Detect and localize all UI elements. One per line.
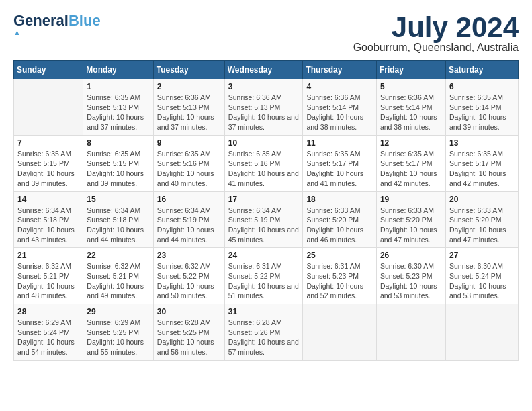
day-number: 30 [157,307,221,316]
logo-accent: Blue [69,12,101,29]
calendar-cell: 24Sunrise: 6:31 AMSunset: 5:22 PMDayligh… [224,248,303,304]
day-info: Sunrise: 6:35 AMSunset: 5:14 PMDaylight:… [449,93,515,132]
month-year: July 2024 [353,13,519,42]
calendar-cell: 17Sunrise: 6:34 AMSunset: 5:19 PMDayligh… [224,191,303,248]
day-number: 10 [228,138,300,148]
day-info: Sunrise: 6:28 AMSunset: 5:26 PMDaylight:… [228,318,300,357]
calendar-cell [376,304,445,361]
calendar-cell: 18Sunrise: 6:33 AMSunset: 5:20 PMDayligh… [303,191,377,248]
day-number: 6 [449,82,515,91]
calendar-cell: 29Sunrise: 6:29 AMSunset: 5:25 PMDayligh… [83,304,153,361]
day-info: Sunrise: 6:33 AMSunset: 5:20 PMDaylight:… [380,205,442,245]
calendar-cell: 4Sunrise: 6:36 AMSunset: 5:14 PMDaylight… [303,79,377,136]
location: Gooburrum, Queensland, Australia [353,42,519,54]
calendar-cell [14,79,83,136]
calendar-cell: 2Sunrise: 6:36 AMSunset: 5:13 PMDaylight… [153,79,224,136]
day-number: 3 [228,82,300,91]
calendar-cell: 9Sunrise: 6:35 AMSunset: 5:16 PMDaylight… [153,135,224,191]
calendar-cell: 23Sunrise: 6:32 AMSunset: 5:22 PMDayligh… [153,248,224,304]
day-info: Sunrise: 6:35 AMSunset: 5:16 PMDaylight:… [228,149,300,189]
page-header: GeneralBlue ▲ July 2024 Gooburrum, Queen… [13,13,519,54]
weekday-header-thursday: Thursday [303,61,377,79]
day-number: 26 [380,250,442,260]
calendar-table: SundayMondayTuesdayWednesdayThursdayFrid… [13,60,519,361]
calendar-cell: 3Sunrise: 6:36 AMSunset: 5:13 PMDaylight… [224,79,303,136]
day-info: Sunrise: 6:29 AMSunset: 5:25 PMDaylight:… [87,318,149,357]
day-number: 21 [17,250,79,260]
day-info: Sunrise: 6:32 AMSunset: 5:21 PMDaylight:… [87,261,149,301]
day-info: Sunrise: 6:30 AMSunset: 5:23 PMDaylight:… [380,261,442,301]
calendar-cell: 25Sunrise: 6:31 AMSunset: 5:23 PMDayligh… [303,248,377,304]
calendar-cell: 16Sunrise: 6:34 AMSunset: 5:19 PMDayligh… [153,191,224,248]
day-number: 9 [157,138,221,148]
week-row-2: 7Sunrise: 6:35 AMSunset: 5:15 PMDaylight… [14,135,519,191]
day-info: Sunrise: 6:34 AMSunset: 5:18 PMDaylight:… [87,205,149,245]
weekday-header-tuesday: Tuesday [153,61,224,79]
day-info: Sunrise: 6:28 AMSunset: 5:25 PMDaylight:… [157,318,221,357]
logo-tagline: ▲ [13,28,21,36]
calendar-cell: 6Sunrise: 6:35 AMSunset: 5:14 PMDaylight… [445,79,518,136]
calendar-cell: 12Sunrise: 6:35 AMSunset: 5:17 PMDayligh… [376,135,445,191]
day-info: Sunrise: 6:35 AMSunset: 5:16 PMDaylight:… [157,149,221,189]
day-info: Sunrise: 6:36 AMSunset: 5:14 PMDaylight:… [306,93,373,132]
weekday-header-sunday: Sunday [14,61,83,79]
calendar-cell: 15Sunrise: 6:34 AMSunset: 5:18 PMDayligh… [83,191,153,248]
weekday-header-row: SundayMondayTuesdayWednesdayThursdayFrid… [14,61,519,79]
day-number: 27 [449,250,515,260]
weekday-header-monday: Monday [83,61,153,79]
day-number: 8 [87,138,149,148]
day-number: 18 [306,195,373,204]
day-number: 14 [17,195,79,204]
day-info: Sunrise: 6:35 AMSunset: 5:17 PMDaylight:… [306,149,373,189]
day-info: Sunrise: 6:35 AMSunset: 5:15 PMDaylight:… [87,149,149,189]
day-number: 11 [306,138,373,148]
calendar-cell: 20Sunrise: 6:33 AMSunset: 5:20 PMDayligh… [445,191,518,248]
day-info: Sunrise: 6:32 AMSunset: 5:21 PMDaylight:… [17,261,79,301]
calendar-cell: 14Sunrise: 6:34 AMSunset: 5:18 PMDayligh… [14,191,83,248]
day-number: 24 [228,250,300,260]
day-info: Sunrise: 6:33 AMSunset: 5:20 PMDaylight:… [306,205,373,245]
day-number: 28 [17,307,79,316]
day-info: Sunrise: 6:34 AMSunset: 5:19 PMDaylight:… [157,205,221,245]
day-info: Sunrise: 6:29 AMSunset: 5:24 PMDaylight:… [17,318,79,357]
day-number: 25 [306,250,373,260]
day-info: Sunrise: 6:33 AMSunset: 5:20 PMDaylight:… [449,205,515,245]
day-number: 5 [380,82,442,91]
week-row-3: 14Sunrise: 6:34 AMSunset: 5:18 PMDayligh… [14,191,519,248]
day-number: 13 [449,138,515,148]
calendar-cell: 13Sunrise: 6:35 AMSunset: 5:17 PMDayligh… [445,135,518,191]
day-info: Sunrise: 6:32 AMSunset: 5:22 PMDaylight:… [157,261,221,301]
day-info: Sunrise: 6:36 AMSunset: 5:13 PMDaylight:… [157,93,221,132]
day-number: 29 [87,307,149,316]
calendar-cell: 28Sunrise: 6:29 AMSunset: 5:24 PMDayligh… [14,304,83,361]
calendar-cell: 1Sunrise: 6:35 AMSunset: 5:13 PMDaylight… [83,79,153,136]
day-info: Sunrise: 6:31 AMSunset: 5:23 PMDaylight:… [306,261,373,301]
day-info: Sunrise: 6:36 AMSunset: 5:14 PMDaylight:… [380,93,442,132]
day-number: 20 [449,195,515,204]
day-number: 19 [380,195,442,204]
day-info: Sunrise: 6:31 AMSunset: 5:22 PMDaylight:… [228,261,300,301]
day-number: 23 [157,250,221,260]
calendar-cell: 19Sunrise: 6:33 AMSunset: 5:20 PMDayligh… [376,191,445,248]
calendar-cell: 21Sunrise: 6:32 AMSunset: 5:21 PMDayligh… [14,248,83,304]
week-row-1: 1Sunrise: 6:35 AMSunset: 5:13 PMDaylight… [14,79,519,136]
calendar-cell: 22Sunrise: 6:32 AMSunset: 5:21 PMDayligh… [83,248,153,304]
calendar-cell: 26Sunrise: 6:30 AMSunset: 5:23 PMDayligh… [376,248,445,304]
calendar-cell: 8Sunrise: 6:35 AMSunset: 5:15 PMDaylight… [83,135,153,191]
day-info: Sunrise: 6:35 AMSunset: 5:17 PMDaylight:… [380,149,442,189]
day-number: 16 [157,195,221,204]
day-info: Sunrise: 6:30 AMSunset: 5:24 PMDaylight:… [449,261,515,301]
weekday-header-saturday: Saturday [445,61,518,79]
week-row-4: 21Sunrise: 6:32 AMSunset: 5:21 PMDayligh… [14,248,519,304]
day-number: 1 [87,82,149,91]
day-info: Sunrise: 6:35 AMSunset: 5:17 PMDaylight:… [449,149,515,189]
day-number: 31 [228,307,300,316]
day-number: 12 [380,138,442,148]
day-info: Sunrise: 6:34 AMSunset: 5:19 PMDaylight:… [228,205,300,245]
calendar-cell: 11Sunrise: 6:35 AMSunset: 5:17 PMDayligh… [303,135,377,191]
calendar-cell: 10Sunrise: 6:35 AMSunset: 5:16 PMDayligh… [224,135,303,191]
week-row-5: 28Sunrise: 6:29 AMSunset: 5:24 PMDayligh… [14,304,519,361]
logo: GeneralBlue ▲ [13,13,101,36]
day-number: 15 [87,195,149,204]
title-block: July 2024 Gooburrum, Queensland, Austral… [353,13,519,54]
